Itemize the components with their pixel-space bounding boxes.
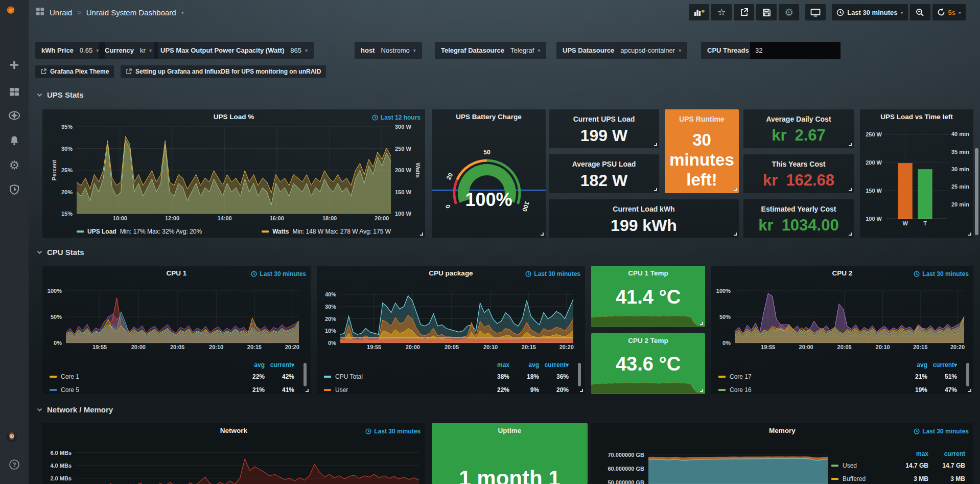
legend-sort-header[interactable]: current▾ xyxy=(539,361,569,368)
legend-sort-header[interactable]: current xyxy=(928,450,965,457)
legend-series-label[interactable]: User xyxy=(335,386,480,394)
legend-row[interactable]: Used14.7 GB14.7 GB xyxy=(831,459,965,472)
legend-series-label[interactable]: Core 1 xyxy=(61,373,235,380)
panel-title[interactable]: UPS Runtime xyxy=(665,115,739,123)
cpu-package-chart[interactable]: 40%30%20%10%0%19:5520:0020:0520:1020:152… xyxy=(340,291,573,343)
panel-time-range[interactable]: Last 30 minutes xyxy=(365,428,421,435)
breadcrumb-dashboard-title[interactable]: Unraid System Dashboard xyxy=(86,8,176,17)
legend-sort-header[interactable]: avg xyxy=(509,361,539,368)
legend-series-label[interactable]: Buffered xyxy=(843,475,892,482)
panel-title[interactable]: UPS Battery Charge xyxy=(432,113,546,121)
refresh-interval-label[interactable]: 5s xyxy=(948,9,955,16)
panel-title[interactable]: UPS Load % xyxy=(42,113,425,121)
legend-row[interactable]: Buffered3 MB3 MB xyxy=(831,472,965,484)
panel-time-range[interactable]: Last 12 hours xyxy=(372,114,421,121)
cpu-threads-input[interactable]: 32 xyxy=(750,42,841,59)
battery-gauge[interactable]: 02050100 xyxy=(432,125,546,227)
variable-value-dropdown[interactable]: 865▾ xyxy=(290,47,308,54)
legend-series-label[interactable]: Core 16 xyxy=(730,386,898,394)
panel-resize-handle[interactable] xyxy=(420,233,423,236)
panel-resize-handle[interactable] xyxy=(654,143,657,146)
legend-scrollbar[interactable] xyxy=(304,363,307,386)
cpu2-chart[interactable]: 100%50%0%19:5520:0020:0520:1020:1520:20 xyxy=(735,291,964,343)
create-icon[interactable] xyxy=(9,59,20,71)
legend-scrollbar[interactable] xyxy=(578,363,581,386)
legend-row[interactable]: Core 1619%47% xyxy=(718,383,965,394)
legend-series-label[interactable]: CPU Total xyxy=(335,373,480,380)
legend-series-label[interactable]: Used xyxy=(843,462,892,469)
cpu1-legend[interactable]: avgcurrent▾Core 122%42%Core 521%41% xyxy=(50,360,302,394)
panel-title[interactable]: This Years Cost xyxy=(743,160,854,168)
legend-item[interactable]: UPS Load Min: 17% Max: 32% Avg: 20% xyxy=(77,228,202,235)
ups-load-chart[interactable]: 35%30%25%20%15%300 W250 W200 W150 W100 W… xyxy=(77,127,391,214)
share-dashboard-button[interactable] xyxy=(734,4,754,20)
dashboards-icon[interactable] xyxy=(9,86,20,98)
dashboard-grid-icon[interactable] xyxy=(36,7,44,18)
panel-title[interactable]: Average PSU Load xyxy=(549,160,659,168)
legend-sort-header[interactable]: current▾ xyxy=(265,361,294,368)
time-range-picker[interactable]: Last 30 minutes ▾ xyxy=(832,4,907,20)
memory-legend[interactable]: maxcurrentUsed14.7 GB14.7 GBBuffered3 MB… xyxy=(831,449,965,484)
legend-row[interactable]: Core 1721%51% xyxy=(718,370,965,383)
panel-resize-handle[interactable] xyxy=(968,389,971,392)
legend-series-label[interactable]: Core 17 xyxy=(730,373,898,380)
variable-value-dropdown[interactable]: Nostromo▾ xyxy=(381,47,415,54)
panel-time-range[interactable]: Last 30 minutes xyxy=(525,270,580,278)
panel-time-range[interactable]: Last 30 minutes xyxy=(914,428,969,435)
legend-series-label[interactable]: Core 5 xyxy=(61,386,235,394)
panel-title[interactable]: Current Load kWh xyxy=(549,205,739,213)
save-dashboard-button[interactable] xyxy=(756,4,777,20)
panel-title[interactable]: CPU 1 Temp xyxy=(591,269,705,277)
panel-title[interactable]: Estimated Yearly Cost xyxy=(743,205,854,213)
page-scrollbar[interactable] xyxy=(975,148,978,235)
panel-resize-handle[interactable] xyxy=(700,322,703,325)
dashboard-switch-caret-icon[interactable]: ▾ xyxy=(181,10,184,15)
panel-title[interactable]: CPU 2 Temp xyxy=(591,337,705,344)
ups-load-vs-time-chart[interactable]: 250 W200 W150 W100 W40 min35 min30 min25… xyxy=(886,129,947,219)
panel-resize-handle[interactable] xyxy=(700,389,703,392)
cpu-package-legend[interactable]: maxavgcurrent▾CPU Total38%18%36%User22%9… xyxy=(324,360,577,394)
legend-row[interactable]: User22%9%20% xyxy=(324,383,577,394)
memory-chart[interactable]: 70.000000 GB60.000000 GB50.000000 GB xyxy=(648,450,828,484)
dashboard-link-plex-theme[interactable]: Grafana Plex Theme xyxy=(35,65,114,78)
refresh-caret-icon[interactable]: ▾ xyxy=(959,10,961,15)
panel-resize-handle[interactable] xyxy=(734,188,737,191)
cycle-view-mode-button[interactable] xyxy=(805,4,826,20)
legend-sort-header[interactable]: avg xyxy=(235,361,265,368)
star-dashboard-button[interactable]: ☆ xyxy=(711,4,732,20)
legend-sort-header[interactable]: max xyxy=(892,450,928,457)
panel-resize-handle[interactable] xyxy=(541,233,544,236)
variable-value-dropdown[interactable]: kr▾ xyxy=(140,47,152,54)
panel-resize-handle[interactable] xyxy=(849,188,852,191)
panel-resize-handle[interactable] xyxy=(849,143,852,146)
panel-title[interactable]: Average Daily Cost xyxy=(743,115,854,123)
legend-item[interactable]: Watts Min: 148 W Max: 278 W Avg: 175 W xyxy=(262,228,391,235)
server-admin-shield-icon[interactable] xyxy=(9,184,20,195)
panel-title[interactable]: UPS Load vs Time left xyxy=(860,113,973,121)
zoom-out-time-button[interactable] xyxy=(910,4,930,20)
panel-resize-handle[interactable] xyxy=(306,389,309,392)
add-panel-button[interactable] xyxy=(689,4,709,20)
dashboard-link-ups-monitoring[interactable]: Setting up Grafana and InfluxDB for UPS … xyxy=(121,65,326,78)
section-ups-stats[interactable]: UPS Stats xyxy=(37,90,84,99)
refresh-button[interactable]: 5s ▾ xyxy=(932,4,966,20)
panel-title[interactable]: Current UPS Load xyxy=(549,115,659,123)
dashboard-settings-button[interactable]: ⚙ xyxy=(779,4,799,20)
legend-row[interactable]: CPU Total38%18%36% xyxy=(324,370,577,383)
breadcrumb-app[interactable]: Unraid xyxy=(50,8,72,17)
alerting-icon[interactable] xyxy=(9,135,20,146)
legend-sort-header[interactable]: current▾ xyxy=(927,361,957,368)
panel-resize-handle[interactable] xyxy=(849,233,852,236)
explore-icon[interactable] xyxy=(9,110,20,121)
help-icon[interactable]: ? xyxy=(9,459,20,470)
panel-resize-handle[interactable] xyxy=(654,188,657,191)
section-cpu-stats[interactable]: CPU Stats xyxy=(37,248,84,257)
legend-sort-header[interactable]: avg xyxy=(898,361,927,368)
cpu2-legend[interactable]: avgcurrent▾Core 1721%51%Core 1619%47% xyxy=(718,360,965,394)
configuration-gear-icon[interactable]: ⚙ xyxy=(9,159,20,171)
legend-row[interactable]: Core 122%42% xyxy=(50,370,302,383)
legend-sort-header[interactable]: max xyxy=(480,361,509,368)
panel-time-range[interactable]: Last 30 minutes xyxy=(251,270,306,278)
panel-resize-handle[interactable] xyxy=(580,389,583,392)
avatar[interactable] xyxy=(6,431,22,448)
